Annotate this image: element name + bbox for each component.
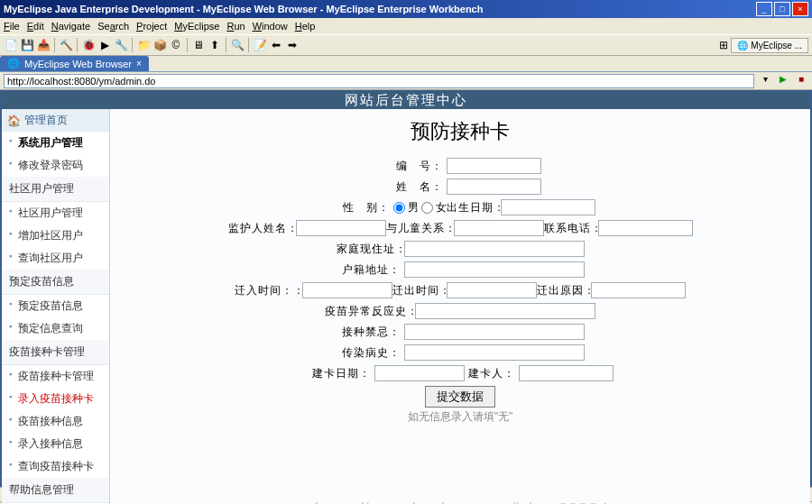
input-disease[interactable] [404, 344, 585, 361]
web-icon: 🌐 [7, 58, 20, 69]
server-icon[interactable]: 🖥 [191, 38, 206, 52]
separator [187, 38, 188, 52]
home-icon: 🏠 [7, 115, 21, 127]
radio-female[interactable] [421, 202, 433, 214]
input-contra[interactable] [404, 324, 585, 340]
menu-help[interactable]: Help [295, 21, 316, 32]
gender-radios: 男 女 [393, 200, 447, 215]
label-move-out: 迁出时间： [392, 283, 447, 298]
menu-window[interactable]: Window [253, 21, 288, 32]
run-icon[interactable]: ▶ [97, 38, 112, 52]
browser-url-bar: ▾ ▶ ■ [0, 72, 812, 90]
sidebar-item-enter-card[interactable]: 录入疫苗接种卡 [2, 388, 109, 410]
menu-file[interactable]: File [4, 21, 20, 32]
menu-search[interactable]: Search [97, 21, 129, 32]
new-project-icon[interactable]: 📁 [136, 38, 151, 52]
label-phone: 联系电话： [544, 221, 598, 236]
sidebar-group-reserve: 预定疫苗信息 [2, 270, 109, 295]
new-class-icon[interactable]: © [169, 38, 183, 52]
label-reaction: 疫苗异常反应史： [325, 304, 415, 319]
form-panel: 预防接种卡 编 号： 姓 名： 性 别： 男 女 [110, 109, 810, 504]
label-home-addr: 家庭现住址： [337, 242, 404, 257]
input-move-in[interactable] [302, 282, 392, 298]
myeclipse-perspective-button[interactable]: 🌐 MyEclipse ... [731, 38, 808, 53]
sidebar-item-add-community[interactable]: 增加社区用户 [2, 225, 109, 247]
label-guardian: 监护人姓名： [228, 221, 296, 236]
label-reg-addr: 户籍地址： [337, 262, 404, 278]
menu-bar: File Edit Navigate Search Project MyEcli… [0, 18, 812, 34]
sidebar-item-reserve-info[interactable]: 预定疫苗信息 [2, 295, 109, 317]
new-icon[interactable]: 📄 [4, 38, 18, 52]
page-content: 网站后台管理中心 🏠 管理首页 系统用户管理 修改登录密码 社区用户管理 社区用… [2, 92, 810, 485]
sidebar-group-system[interactable]: 系统用户管理 [2, 132, 109, 154]
input-reg-addr[interactable] [404, 261, 585, 278]
stop-icon[interactable]: ■ [794, 74, 808, 88]
label-relation: 与儿童关系： [386, 221, 454, 236]
external-icon[interactable]: 🔧 [114, 38, 128, 52]
input-guardian[interactable] [296, 220, 386, 236]
sidebar-item-reserve-query[interactable]: 预定信息查询 [2, 317, 109, 340]
label-birth: 出生日期： [447, 200, 501, 215]
input-move-out[interactable] [447, 282, 537, 298]
minimize-button[interactable]: _ [756, 2, 772, 16]
menu-project[interactable]: Project [136, 21, 167, 32]
label-disease: 传染病史： [337, 345, 404, 361]
sidebar-item-query-card[interactable]: 查询疫苗接种卡 [2, 455, 109, 478]
go-icon[interactable]: ▶ [776, 74, 790, 88]
editor-tab-bar: 🌐 MyEclipse Web Browser × [0, 56, 812, 72]
input-name[interactable] [447, 179, 541, 195]
sidebar-item-enter-vaccine[interactable]: 录入接种信息 [2, 433, 109, 455]
sidebar-item-card-mgmt[interactable]: 疫苗接种卡管理 [2, 365, 109, 388]
input-phone[interactable] [598, 220, 693, 236]
browser-tab[interactable]: 🌐 MyEclipse Web Browser × [0, 56, 149, 71]
input-card-date[interactable] [374, 365, 465, 381]
form-title: 预防接种卡 [128, 118, 792, 145]
sidebar-item-community-mgmt[interactable]: 社区用户管理 [2, 202, 109, 225]
sidebar-group-card: 疫苗接种卡管理 [2, 340, 109, 365]
sidebar-home[interactable]: 🏠 管理首页 [2, 109, 109, 132]
window-controls: _ □ × [756, 2, 808, 16]
label-gender: 性 别： [326, 200, 393, 215]
submit-button[interactable]: 提交数据 [425, 386, 495, 408]
deploy-icon[interactable]: ⬆ [208, 38, 222, 52]
open-perspective-icon[interactable]: ⊞ [716, 38, 731, 52]
url-input[interactable] [4, 74, 754, 88]
build-icon[interactable]: 🔨 [59, 38, 73, 52]
input-id[interactable] [447, 158, 541, 174]
input-reaction[interactable] [415, 303, 595, 319]
page-header: 网站后台管理中心 [2, 92, 810, 109]
input-home-addr[interactable] [404, 241, 585, 257]
debug-icon[interactable]: 🐞 [81, 38, 96, 52]
annotation-icon[interactable]: 📝 [253, 38, 267, 52]
window-title: MyEclipse Java Enterprise Development - … [4, 4, 483, 14]
menu-navigate[interactable]: Navigate [51, 21, 90, 32]
input-relation[interactable] [454, 220, 544, 236]
radio-male[interactable] [393, 202, 405, 214]
input-card-person[interactable] [519, 365, 614, 381]
sidebar-group-community: 社区用户管理 [2, 177, 109, 202]
url-dropdown-icon[interactable]: ▾ [758, 74, 772, 88]
globe-icon: 🌐 [737, 41, 748, 50]
search-icon[interactable]: 🔍 [230, 38, 245, 52]
nav-back-icon[interactable]: ⬅ [269, 38, 283, 52]
menu-myeclipse[interactable]: MyEclipse [174, 21, 219, 32]
save-icon[interactable]: 💾 [20, 38, 34, 52]
maximize-button[interactable]: □ [774, 2, 790, 16]
close-tab-icon[interactable]: × [136, 59, 142, 69]
sidebar-item-vaccine-info[interactable]: 疫苗接种信息 [2, 410, 109, 433]
input-birth[interactable] [501, 199, 595, 215]
close-button[interactable]: × [792, 2, 808, 16]
label-move-in: 迁入时间：： [235, 283, 302, 298]
save-all-icon[interactable]: 📥 [36, 38, 51, 52]
nav-forward-icon[interactable]: ➡ [285, 38, 300, 52]
page-body: 🏠 管理首页 系统用户管理 修改登录密码 社区用户管理 社区用户管理 增加社区用… [2, 109, 810, 504]
sidebar-item-password[interactable]: 修改登录密码 [2, 154, 109, 177]
new-package-icon[interactable]: 📦 [152, 38, 167, 52]
admin-sidebar: 🏠 管理首页 系统用户管理 修改登录密码 社区用户管理 社区用户管理 增加社区用… [2, 109, 110, 504]
input-move-reason[interactable] [591, 282, 686, 298]
sidebar-item-query-community[interactable]: 查询社区用户 [2, 247, 109, 270]
separator [226, 38, 226, 52]
menu-edit[interactable]: Edit [27, 21, 44, 32]
menu-run[interactable]: Run [226, 21, 245, 32]
label-move-reason: 迁出原因： [537, 283, 591, 298]
